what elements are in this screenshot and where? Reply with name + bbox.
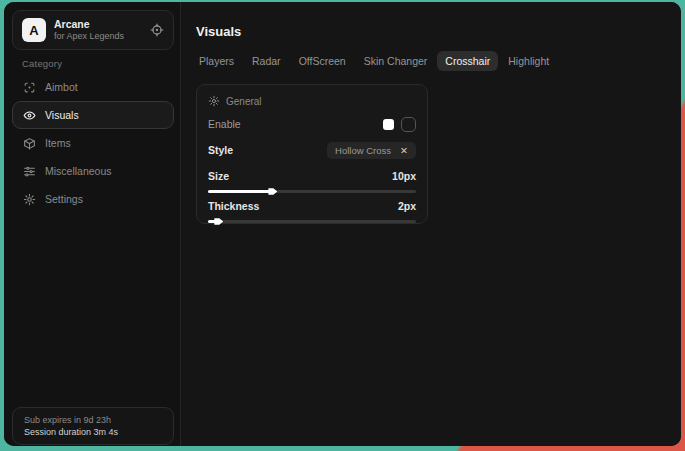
- tab-radar[interactable]: Radar: [244, 51, 289, 71]
- size-value: 10px: [392, 170, 416, 182]
- sidebar-item-visuals[interactable]: Visuals: [12, 101, 174, 129]
- thickness-value: 2px: [398, 200, 416, 212]
- subscription-card: Sub expires in 9d 23h Session duration 3…: [12, 407, 174, 445]
- tab-offscreen[interactable]: OffScreen: [291, 51, 354, 71]
- size-label: Size: [208, 170, 229, 182]
- app-name: Arcane: [54, 18, 142, 31]
- sidebar-item-label: Miscellaneous: [45, 165, 112, 177]
- sidebar-item-label: Settings: [45, 193, 83, 205]
- style-row: Style Hollow Cross ✕: [208, 137, 416, 163]
- thickness-label: Thickness: [208, 200, 259, 212]
- tab-bar: Players Radar OffScreen Skin Changer Cro…: [191, 51, 557, 71]
- app-header-card: A Arcane for Apex Legends: [12, 10, 174, 50]
- gear-icon: [23, 193, 36, 206]
- category-label: Category: [22, 58, 62, 69]
- sidebar-nav: Aimbot Visuals Items Miscellaneous: [12, 73, 174, 213]
- section-title: General: [226, 96, 262, 107]
- sidebar-item-aimbot[interactable]: Aimbot: [12, 73, 174, 101]
- sidebar-item-miscellaneous[interactable]: Miscellaneous: [12, 157, 174, 185]
- sidebar: A Arcane for Apex Legends Category Aimbo…: [4, 2, 181, 446]
- eye-icon: [23, 109, 36, 122]
- sidebar-item-items[interactable]: Items: [12, 129, 174, 157]
- sliders-icon: [23, 165, 36, 178]
- sub-expires-text: Sub expires in 9d 23h: [24, 415, 162, 425]
- app-window: A Arcane for Apex Legends Category Aimbo…: [4, 2, 681, 446]
- page-title: Visuals: [196, 24, 241, 39]
- session-duration-text: Session duration 3m 4s: [24, 427, 162, 437]
- size-slider[interactable]: [208, 190, 416, 193]
- app-logo: A: [22, 18, 46, 42]
- target-scope-icon[interactable]: [150, 23, 164, 37]
- style-dropdown[interactable]: Hollow Cross ✕: [327, 142, 416, 159]
- style-label: Style: [208, 144, 233, 156]
- general-settings-card: General Enable Style Hollow Cross ✕ Size: [196, 84, 428, 224]
- size-slider-thumb[interactable]: [268, 187, 277, 196]
- sidebar-item-label: Items: [45, 137, 71, 149]
- sidebar-item-label: Visuals: [45, 109, 79, 121]
- size-group: Size 10px: [208, 170, 416, 193]
- box-icon: [23, 137, 36, 150]
- tab-highlight[interactable]: Highlight: [500, 51, 557, 71]
- thickness-group: Thickness 2px: [208, 200, 416, 223]
- close-icon[interactable]: ✕: [400, 145, 408, 156]
- enable-label: Enable: [208, 118, 241, 130]
- tab-players[interactable]: Players: [191, 51, 242, 71]
- enable-row: Enable: [208, 111, 416, 137]
- thickness-slider-thumb[interactable]: [214, 217, 223, 226]
- gear-icon: [208, 95, 220, 107]
- tab-crosshair[interactable]: Crosshair: [437, 51, 498, 71]
- main-panel: Visuals Players Radar OffScreen Skin Cha…: [181, 2, 681, 446]
- enable-checkbox[interactable]: [401, 117, 416, 132]
- tab-skin-changer[interactable]: Skin Changer: [356, 51, 436, 71]
- sidebar-item-label: Aimbot: [45, 81, 78, 93]
- style-value: Hollow Cross: [335, 145, 391, 156]
- app-subtitle: for Apex Legends: [54, 31, 142, 42]
- sidebar-item-settings[interactable]: Settings: [12, 185, 174, 213]
- crosshair-scan-icon: [23, 81, 36, 94]
- color-swatch[interactable]: [383, 119, 394, 130]
- thickness-slider[interactable]: [208, 220, 416, 223]
